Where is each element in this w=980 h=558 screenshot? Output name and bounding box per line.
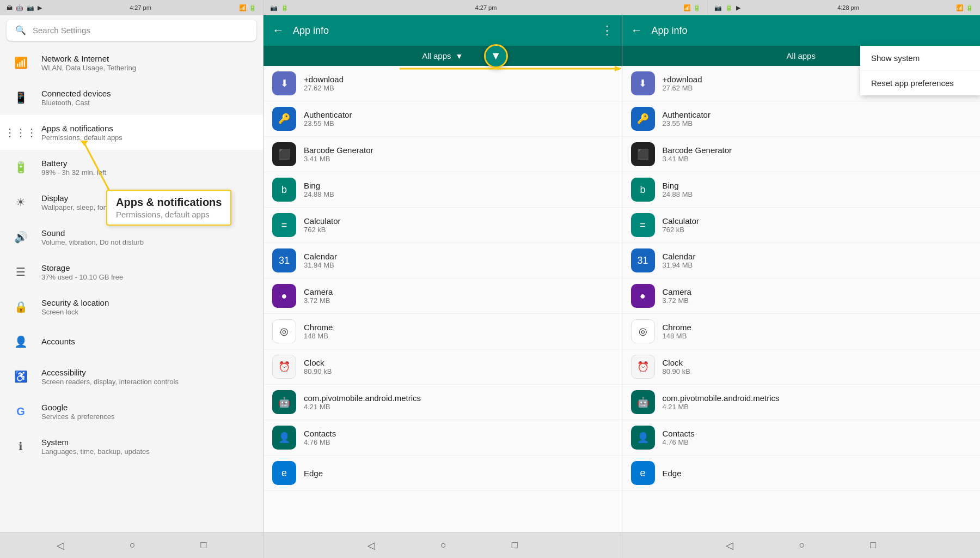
app-name: Calculator (304, 216, 341, 226)
nav-recent-right[interactable]: □ (870, 539, 876, 551)
app-info: Barcode Generator 3.41 MB (304, 145, 373, 163)
devices-icon: 📱 (11, 88, 30, 107)
status-icons-middle: 📷🔋 (270, 4, 289, 11)
right-all-apps-label: All apps (787, 51, 816, 60)
sidebar-item-accessibility[interactable]: ♿ Accessibility Screen readers, display,… (0, 359, 263, 394)
list-item[interactable]: = Calculator 762 kB (622, 208, 981, 243)
list-item[interactable]: 👤 Contacts 4.76 MB (264, 420, 622, 456)
app-name: Bing (663, 181, 693, 190)
list-item[interactable]: ● Camera 3.72 MB (264, 278, 622, 314)
accessibility-icon: ♿ (11, 367, 30, 386)
left-back-button[interactable]: ← (272, 23, 284, 38)
system-icon: ℹ (11, 436, 30, 456)
app-icon: ⬛ (631, 142, 655, 166)
google-icon: G (11, 402, 30, 421)
accessibility-subtitle: Screen readers, display, interaction con… (41, 378, 179, 386)
search-bar[interactable]: 🔍 Search Settings (7, 20, 256, 41)
status-time-right: 4:28 pm (837, 4, 859, 11)
left-dropdown-arrow: ▼ (456, 52, 463, 60)
left-all-apps-bar[interactable]: All apps ▼ ▼ (264, 46, 622, 66)
nav-home-right[interactable]: ○ (799, 539, 805, 551)
nav-home-middle[interactable]: ○ (440, 539, 446, 551)
app-icon: 31 (631, 248, 655, 272)
list-item[interactable]: 🔑 Authenticator 23.55 MB (264, 101, 622, 137)
status-icons-left: 🏔🤖📷▶ (7, 4, 42, 11)
sidebar-item-sound[interactable]: 🔊 Sound Volume, vibration, Do not distur… (0, 220, 263, 254)
app-size: 4.21 MB (304, 403, 421, 411)
settings-panel: 🔍 Search Settings 📶 Network & Internet W… (0, 15, 264, 532)
app-size: 4.76 MB (304, 438, 336, 446)
list-item[interactable]: ● Camera 3.72 MB (622, 278, 981, 314)
list-item[interactable]: 👤 Contacts 4.76 MB (622, 420, 981, 456)
sidebar-item-storage[interactable]: ☰ Storage 37% used - 10.10 GB free (0, 254, 263, 289)
app-info: Calculator 762 kB (304, 216, 341, 234)
list-item[interactable]: b Bing 24.88 MB (264, 172, 622, 208)
nav-home-left[interactable]: ○ (130, 539, 136, 551)
devices-title: Connected devices (41, 89, 111, 98)
apps-subtitle: Permissions, default apps (41, 134, 122, 142)
list-item[interactable]: ⬇ +download 27.62 MB (264, 66, 622, 101)
list-item[interactable]: ◎ Chrome 148 MB (264, 314, 622, 349)
app-info: Chrome 148 MB (663, 323, 691, 340)
sidebar-item-system[interactable]: ℹ System Languages, time, backup, update… (0, 429, 263, 464)
list-item[interactable]: 🤖 com.pivotmobile.android.metrics 4.21 M… (264, 385, 622, 420)
sidebar-item-devices[interactable]: 📱 Connected devices Bluetooth, Cast (0, 80, 263, 115)
app-icon: 👤 (272, 426, 296, 450)
app-info: +download 27.62 MB (663, 75, 702, 92)
context-menu-show-system[interactable]: Show system (860, 46, 980, 71)
list-item[interactable]: 31 Calendar 31.94 MB (622, 243, 981, 278)
nav-back-middle[interactable]: ◁ (367, 539, 375, 551)
sidebar-item-google[interactable]: G Google Services & preferences (0, 394, 263, 429)
sidebar-item-accounts[interactable]: 👤 Accounts (0, 324, 263, 359)
accounts-icon: 👤 (11, 332, 30, 351)
app-name: +download (663, 75, 702, 84)
list-item[interactable]: e Edge (622, 456, 981, 491)
list-item[interactable]: = Calculator 762 kB (264, 208, 622, 243)
app-name: Clock (304, 358, 332, 367)
nav-recent-middle[interactable]: □ (512, 539, 518, 551)
app-size: 31.94 MB (663, 261, 696, 269)
sidebar-item-security[interactable]: 🔒 Security & location Screen lock (0, 289, 263, 324)
nav-back-right[interactable]: ◁ (726, 539, 733, 551)
right-back-button[interactable]: ← (631, 23, 643, 38)
list-item[interactable]: 🔑 Authenticator 23.55 MB (622, 101, 981, 137)
app-icon: ◎ (631, 319, 655, 343)
list-item[interactable]: 🤖 com.pivotmobile.android.metrics 4.21 M… (622, 385, 981, 420)
sidebar-item-battery[interactable]: 🔋 Battery 98% - 3h 32 min. left (0, 150, 263, 185)
app-info: Camera 3.72 MB (304, 287, 333, 305)
app-name: Barcode Generator (304, 145, 373, 155)
app-size: 3.72 MB (304, 296, 333, 305)
google-subtitle: Services & preferences (41, 413, 114, 421)
battery-subtitle: 98% - 3h 32 min. left (41, 168, 106, 177)
list-item[interactable]: 31 Calendar 31.94 MB (264, 243, 622, 278)
list-item[interactable]: ⬛ Barcode Generator 3.41 MB (622, 137, 981, 172)
search-placeholder: Search Settings (33, 26, 90, 35)
battery-title: Battery (41, 159, 106, 168)
list-item[interactable]: ⏰ Clock 80.90 kB (622, 349, 981, 385)
sidebar-item-network[interactable]: 📶 Network & Internet WLAN, Data Usage, T… (0, 45, 263, 80)
sidebar-item-apps[interactable]: ⋮⋮⋮ Apps & notifications Permissions, de… (0, 115, 263, 150)
app-info: Camera 3.72 MB (663, 287, 691, 305)
nav-back-left[interactable]: ◁ (57, 539, 64, 551)
list-item[interactable]: ⏰ Clock 80.90 kB (264, 349, 622, 385)
list-item[interactable]: e Edge (264, 456, 622, 491)
list-item[interactable]: ◎ Chrome 148 MB (622, 314, 981, 349)
display-title: Display (41, 193, 124, 203)
list-item[interactable]: ⬛ Barcode Generator 3.41 MB (264, 137, 622, 172)
settings-item-text: Accessibility Screen readers, display, i… (41, 368, 179, 386)
nav-recent-left[interactable]: □ (201, 539, 207, 551)
sound-subtitle: Volume, vibration, Do not disturb (41, 238, 144, 246)
left-more-button[interactable]: ⋮ (601, 23, 613, 38)
app-size: 24.88 MB (304, 190, 334, 198)
dropdown-green-circle[interactable]: ▼ (484, 44, 508, 68)
security-icon: 🔒 (11, 297, 30, 317)
app-info: Authenticator 23.55 MB (663, 110, 710, 128)
sidebar-item-display[interactable]: ☀ Display Wallpaper, sleep, font size (0, 185, 263, 220)
app-info-right: ← App info All apps ⬇ +download 27.62 MB… (622, 15, 981, 532)
app-info: Bing 24.88 MB (663, 181, 693, 198)
app-size: 80.90 kB (304, 367, 332, 375)
app-icon: 🔑 (272, 107, 296, 131)
list-item[interactable]: b Bing 24.88 MB (622, 172, 981, 208)
context-menu-reset-prefs[interactable]: Reset app preferences (860, 71, 980, 95)
status-icons-right: 📷🔋▶ (714, 4, 740, 11)
